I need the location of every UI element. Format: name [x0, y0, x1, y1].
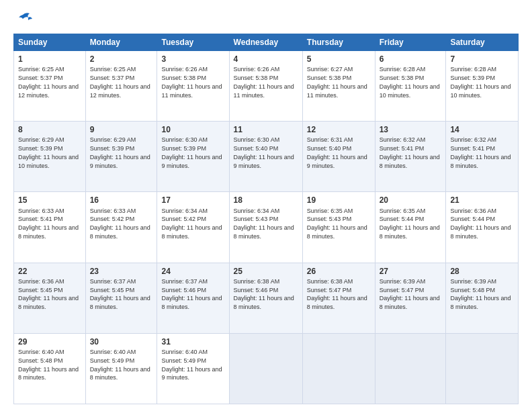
day-header-tuesday: Tuesday [157, 34, 229, 51]
logo [13, 12, 35, 27]
day-header-saturday: Saturday [446, 34, 519, 51]
cell-daylight: Daylight: 11 hours and 8 minutes. [450, 224, 511, 240]
cell-daylight: Daylight: 11 hours and 9 minutes. [307, 154, 367, 169]
cell-sunset: Sunset: 5:45 PM [90, 287, 135, 293]
calendar-cell: 19Sunrise: 6:35 AMSunset: 5:43 PMDayligh… [302, 192, 375, 263]
day-number: 1 [18, 54, 81, 64]
calendar-cell: 22Sunrise: 6:36 AMSunset: 5:45 PMDayligh… [14, 263, 86, 333]
cell-daylight: Daylight: 11 hours and 11 minutes. [234, 83, 294, 99]
cell-daylight: Daylight: 11 hours and 8 minutes. [90, 224, 150, 240]
cell-sunrise: Sunrise: 6:26 AM [161, 66, 208, 73]
cell-sunrise: Sunrise: 6:40 AM [90, 349, 136, 355]
cell-daylight: Daylight: 11 hours and 8 minutes. [18, 366, 79, 381]
day-number: 25 [234, 266, 298, 277]
cell-sunrise: Sunrise: 6:36 AM [18, 278, 64, 285]
calendar-cell: 8Sunrise: 6:29 AMSunset: 5:39 PMDaylight… [14, 122, 86, 192]
calendar-cell: 13Sunrise: 6:32 AMSunset: 5:41 PMDayligh… [375, 122, 446, 192]
cell-daylight: Daylight: 11 hours and 8 minutes. [18, 295, 79, 310]
cell-sunrise: Sunrise: 6:32 AM [380, 136, 426, 143]
cell-sunset: Sunset: 5:49 PM [161, 357, 206, 364]
day-number: 7 [450, 54, 514, 64]
cell-sunrise: Sunrise: 6:32 AM [450, 136, 496, 143]
calendar-cell: 4Sunrise: 6:26 AMSunset: 5:38 PMDaylight… [229, 51, 302, 122]
day-number: 10 [161, 124, 224, 135]
cell-daylight: Daylight: 11 hours and 8 minutes. [161, 295, 222, 310]
cell-sunrise: Sunrise: 6:34 AM [234, 208, 280, 214]
calendar-cell: 2Sunrise: 6:25 AMSunset: 5:37 PMDaylight… [85, 51, 157, 122]
cell-daylight: Daylight: 11 hours and 12 minutes. [18, 83, 79, 99]
day-number: 15 [18, 195, 81, 205]
calendar-cell: 27Sunrise: 6:39 AMSunset: 5:47 PMDayligh… [375, 263, 446, 333]
cell-sunrise: Sunrise: 6:38 AM [234, 278, 280, 285]
cell-sunset: Sunset: 5:38 PM [307, 75, 352, 81]
cell-sunset: Sunset: 5:48 PM [18, 357, 63, 364]
week-row: 29Sunrise: 6:40 AMSunset: 5:48 PMDayligh… [14, 333, 519, 404]
calendar-cell [229, 333, 302, 404]
cell-sunset: Sunset: 5:39 PM [161, 145, 206, 152]
week-row: 8Sunrise: 6:29 AMSunset: 5:39 PMDaylight… [14, 122, 519, 192]
calendar-cell: 11Sunrise: 6:30 AMSunset: 5:40 PMDayligh… [229, 122, 302, 192]
cell-sunset: Sunset: 5:48 PM [450, 287, 495, 293]
cell-daylight: Daylight: 11 hours and 8 minutes. [18, 224, 79, 240]
day-number: 16 [90, 195, 153, 205]
cell-daylight: Daylight: 11 hours and 9 minutes. [161, 154, 222, 169]
cell-daylight: Daylight: 11 hours and 8 minutes. [307, 224, 367, 240]
cell-sunrise: Sunrise: 6:29 AM [90, 136, 136, 143]
day-number: 5 [307, 54, 371, 64]
calendar-cell: 28Sunrise: 6:39 AMSunset: 5:48 PMDayligh… [446, 263, 519, 333]
page: SundayMondayTuesdayWednesdayThursdayFrid… [0, 0, 532, 411]
day-number: 24 [161, 266, 224, 277]
cell-sunrise: Sunrise: 6:36 AM [450, 208, 496, 214]
day-number: 28 [450, 266, 514, 277]
calendar-cell: 25Sunrise: 6:38 AMSunset: 5:46 PMDayligh… [229, 263, 302, 333]
day-number: 3 [161, 54, 224, 64]
cell-sunset: Sunset: 5:41 PM [18, 216, 63, 222]
day-number: 31 [161, 336, 224, 347]
cell-sunset: Sunset: 5:38 PM [234, 75, 279, 81]
calendar-cell: 15Sunrise: 6:33 AMSunset: 5:41 PMDayligh… [14, 192, 86, 263]
calendar-cell: 29Sunrise: 6:40 AMSunset: 5:48 PMDayligh… [14, 333, 86, 404]
week-row: 22Sunrise: 6:36 AMSunset: 5:45 PMDayligh… [14, 263, 519, 333]
day-number: 20 [380, 195, 442, 205]
day-number: 18 [234, 195, 298, 205]
day-header-wednesday: Wednesday [229, 34, 302, 51]
cell-sunrise: Sunrise: 6:33 AM [18, 208, 64, 214]
cell-sunset: Sunset: 5:44 PM [450, 216, 495, 222]
day-header-friday: Friday [375, 34, 446, 51]
day-number: 14 [450, 124, 514, 135]
cell-daylight: Daylight: 11 hours and 11 minutes. [161, 83, 222, 99]
cell-daylight: Daylight: 11 hours and 10 minutes. [380, 83, 440, 99]
calendar-cell: 20Sunrise: 6:35 AMSunset: 5:44 PMDayligh… [375, 192, 446, 263]
calendar-cell: 26Sunrise: 6:38 AMSunset: 5:47 PMDayligh… [302, 263, 375, 333]
cell-daylight: Daylight: 11 hours and 9 minutes. [234, 154, 294, 169]
calendar-cell: 17Sunrise: 6:34 AMSunset: 5:42 PMDayligh… [157, 192, 229, 263]
day-number: 21 [450, 195, 514, 205]
calendar-table: SundayMondayTuesdayWednesdayThursdayFrid… [13, 34, 519, 404]
day-number: 13 [380, 124, 442, 135]
calendar-cell: 31Sunrise: 6:40 AMSunset: 5:49 PMDayligh… [157, 333, 229, 404]
cell-sunset: Sunset: 5:41 PM [450, 145, 495, 152]
cell-sunset: Sunset: 5:47 PM [380, 287, 425, 293]
day-header-monday: Monday [85, 34, 157, 51]
cell-sunrise: Sunrise: 6:35 AM [380, 208, 426, 214]
cell-sunrise: Sunrise: 6:30 AM [161, 136, 208, 143]
cell-sunrise: Sunrise: 6:34 AM [161, 208, 208, 214]
cell-sunset: Sunset: 5:46 PM [161, 287, 206, 293]
cell-daylight: Daylight: 11 hours and 8 minutes. [161, 224, 222, 240]
day-number: 12 [307, 124, 371, 135]
cell-sunset: Sunset: 5:47 PM [307, 287, 352, 293]
cell-sunrise: Sunrise: 6:25 AM [18, 66, 64, 73]
cell-daylight: Daylight: 11 hours and 8 minutes. [380, 295, 440, 310]
cell-sunset: Sunset: 5:43 PM [307, 216, 352, 222]
day-number: 22 [18, 266, 81, 277]
cell-daylight: Daylight: 11 hours and 8 minutes. [234, 295, 294, 310]
cell-sunset: Sunset: 5:39 PM [18, 145, 63, 152]
calendar-cell: 3Sunrise: 6:26 AMSunset: 5:38 PMDaylight… [157, 51, 229, 122]
cell-daylight: Daylight: 11 hours and 8 minutes. [234, 224, 294, 240]
calendar-cell: 18Sunrise: 6:34 AMSunset: 5:43 PMDayligh… [229, 192, 302, 263]
cell-sunrise: Sunrise: 6:28 AM [450, 66, 496, 73]
cell-sunrise: Sunrise: 6:39 AM [450, 278, 496, 285]
calendar-cell: 5Sunrise: 6:27 AMSunset: 5:38 PMDaylight… [302, 51, 375, 122]
cell-sunrise: Sunrise: 6:40 AM [161, 349, 208, 355]
calendar-cell: 24Sunrise: 6:37 AMSunset: 5:46 PMDayligh… [157, 263, 229, 333]
